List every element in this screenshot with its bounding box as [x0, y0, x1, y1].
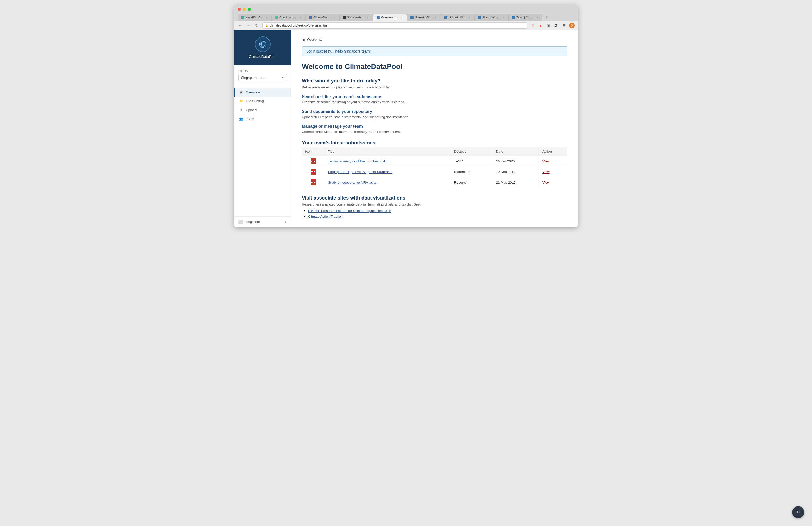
browser-actions: ☉ ▲ ▣ Z ☰ S [530, 22, 575, 28]
logo-icon [255, 36, 271, 52]
back-button[interactable]: ← [237, 22, 243, 28]
pdf-icon: PDF [311, 158, 316, 164]
cell-action: View [539, 177, 567, 188]
tab-label: Files Listing | C... [482, 16, 500, 19]
bottom-country-name: Singapore [246, 220, 260, 224]
nav-item-label: Overview [246, 90, 260, 94]
refresh-button[interactable]: ↻ [254, 22, 260, 28]
success-message: Login successful, hello Singapore team! [306, 49, 371, 53]
cell-title: Singapore - High-level Segment Statement [325, 166, 451, 177]
browser-tab-1[interactable]: Check-In | Hac... × [272, 14, 305, 21]
table-header-row: Icon Title Doctype Date Action [302, 148, 567, 156]
browser-tab-0[interactable]: HackFS - Clima... × [238, 14, 272, 21]
folder-icon: 📁 [239, 99, 243, 103]
extensions-icon[interactable]: ▣ [546, 22, 551, 28]
menu-icon[interactable]: ☰ [561, 22, 567, 28]
cell-action: View [539, 156, 567, 166]
viz-link-0[interactable]: PIK, the Potsdam Institute for Climate I… [308, 209, 391, 213]
viz-section: Visit associate sites with data visualiz… [302, 195, 567, 219]
tab-close-icon[interactable]: × [535, 16, 539, 19]
chevron-right-icon: ▸ [286, 220, 287, 224]
tab-label: Upload | Clima... [449, 16, 466, 19]
tab-favicon [377, 16, 380, 19]
cell-date: 10 Dec 2019 [493, 166, 539, 177]
option-send: Send documents to your repository Upload… [302, 109, 567, 119]
tab-favicon [241, 16, 244, 19]
overview-header-icon: ▣ [302, 38, 305, 42]
browser-tab-7[interactable]: Files Listing | C... × [475, 14, 509, 21]
tab-close-icon[interactable]: × [400, 16, 404, 19]
page-header-title: Overview [307, 37, 322, 42]
viz-links: PIK, the Potsdam Institute for Climate I… [302, 208, 567, 219]
tab-close-icon[interactable]: × [332, 16, 336, 19]
sidebar-bottom-country[interactable]: Singapore ▸ [234, 216, 291, 227]
nav-item-overview[interactable]: ▣ Overview [234, 88, 291, 96]
viz-desc: Researchers analyzed your climate data i… [302, 202, 567, 206]
address-bar[interactable]: 🔒 climatedatapool.on.fleek.co/overview.h… [262, 22, 527, 29]
viz-link-1[interactable]: Climate Action Tracker [308, 215, 342, 219]
nav-item-team[interactable]: 👥 Team [234, 114, 291, 123]
profile-icon[interactable]: S [569, 22, 575, 28]
option-team: Manage or message your team Communicate … [302, 124, 567, 134]
maximize-button[interactable] [248, 8, 251, 11]
notification-icon[interactable]: ▲ [538, 22, 543, 28]
tab-label: Overview | Cli... [381, 16, 399, 19]
table-row: PDF Technical analysis of the third bien… [302, 156, 567, 166]
browser-tab-5[interactable]: Upload | Clima... × [407, 14, 441, 21]
close-button[interactable] [238, 8, 241, 11]
sidebar: ClimateDataPool Country Singapore-team ▼… [234, 30, 291, 227]
country-dropdown[interactable]: Singapore-team ▼ [238, 74, 287, 81]
tab-favicon [478, 16, 481, 19]
brave-shield-icon[interactable]: ☉ [530, 22, 536, 28]
browser-tab-2[interactable]: ClimateDataPo... × [305, 14, 339, 21]
nav-item-label: Upload [246, 108, 257, 112]
tab-close-icon[interactable]: × [434, 16, 437, 19]
view-link[interactable]: View [542, 181, 550, 184]
window-controls [238, 8, 574, 11]
pdf-icon: PDF [311, 179, 316, 185]
tab-label: HackFS - Clima... [246, 16, 263, 19]
submission-title-link[interactable]: Study on cooperative MRV as a... [328, 181, 378, 184]
tab-close-icon[interactable]: × [299, 16, 302, 19]
nav-item-label: Files Listing [246, 99, 264, 103]
col-doctype: Doctype [451, 148, 493, 156]
tab-close-icon[interactable]: × [265, 16, 268, 19]
view-link[interactable]: View [542, 170, 550, 174]
add-tab-button[interactable]: + [542, 13, 550, 21]
col-action: Action [539, 148, 567, 156]
tab-close-icon[interactable]: × [468, 16, 472, 19]
table-row: PDF Singapore - High-level Segment State… [302, 166, 567, 177]
tab-label: Stakeholder St... [347, 16, 365, 19]
browser-tab-6[interactable]: Upload | Clima... × [441, 14, 475, 21]
tab-label: Check-In | Hac... [279, 16, 297, 19]
col-date: Date [493, 148, 539, 156]
zotero-icon[interactable]: Z [553, 22, 559, 28]
lock-icon: 🔒 [265, 24, 268, 27]
cell-title: Technical analysis of the third biennial… [325, 156, 451, 166]
pdf-icon: PDF [311, 168, 316, 175]
tab-close-icon[interactable]: × [366, 16, 370, 19]
browser-tab-4[interactable]: Overview | Cli... × [373, 14, 407, 21]
submissions-table: Icon Title Doctype Date Action PDF Techn… [302, 148, 567, 187]
cell-doctype: TASR [451, 156, 493, 166]
cell-icon: PDF [302, 156, 325, 166]
submission-title-link[interactable]: Singapore - High-level Segment Statement [328, 170, 392, 174]
forward-button[interactable]: → [246, 22, 251, 28]
tabs-row: HackFS - Clima... × Check-In | Hac... × … [238, 13, 574, 21]
nav-item-upload[interactable]: ⇧ Upload [234, 105, 291, 114]
browser-tab-3[interactable]: Stakeholder St... × [339, 14, 373, 21]
sidebar-nav: ▣ Overview 📁 Files Listing ⇧ Upload 👥 Te… [234, 86, 291, 125]
view-link[interactable]: View [542, 159, 550, 163]
submission-title-link[interactable]: Technical analysis of the third biennial… [328, 159, 388, 163]
cell-action: View [539, 166, 567, 177]
nav-item-files-listing[interactable]: 📁 Files Listing [234, 96, 291, 105]
sidebar-logo: ClimateDataPool [234, 30, 291, 65]
option-search-title: Search or filter your team's submissions [302, 94, 567, 99]
cell-date: 16 Jan 2020 [493, 156, 539, 166]
minimize-button[interactable] [243, 8, 246, 11]
title-bar: HackFS - Clima... × Check-In | Hac... × … [234, 5, 578, 21]
country-label: Country [238, 69, 287, 72]
users-icon: 👥 [239, 117, 243, 121]
tab-close-icon[interactable]: × [502, 16, 505, 19]
browser-tab-8[interactable]: Team | Climate... × [509, 14, 542, 21]
